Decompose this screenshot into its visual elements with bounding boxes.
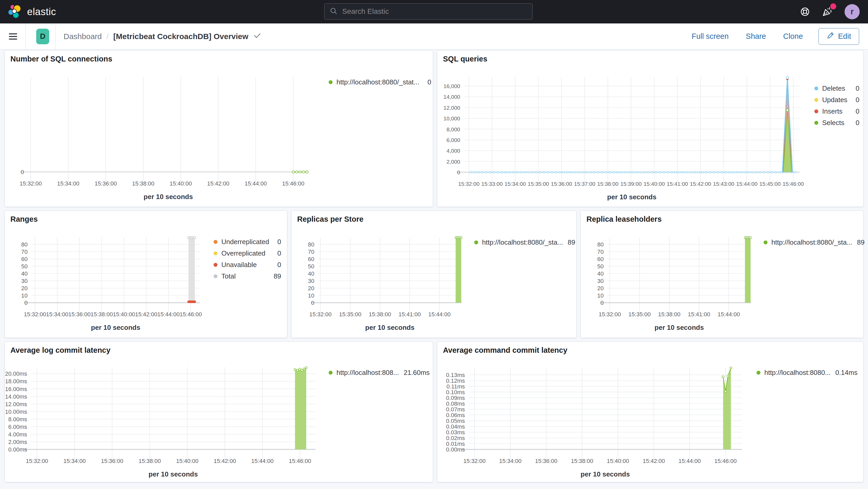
svg-text:40: 40 — [21, 270, 28, 277]
legend-item[interactable]: Inserts0 — [814, 107, 859, 116]
svg-text:15:36:00: 15:36:00 — [551, 181, 572, 187]
chart-canvas[interactable]: 02,0004,0006,0008,00010,00012,00014,0001… — [439, 74, 807, 202]
clone-button[interactable]: Clone — [781, 32, 804, 41]
svg-text:70: 70 — [597, 248, 604, 255]
panel-average-command-commit-latency: Average command commit latency 0.00ms0.0… — [437, 341, 864, 482]
chart-canvas[interactable]: 015:32:0015:34:0015:36:0015:38:0015:40:0… — [9, 74, 316, 201]
svg-text:15:44:00: 15:44:00 — [736, 181, 757, 187]
menu-button[interactable] — [7, 30, 19, 43]
svg-text:0.04ms: 0.04ms — [446, 423, 465, 430]
plot-area[interactable]: 02,0004,0006,0008,00010,00012,00014,0001… — [437, 74, 807, 203]
svg-text:per 10 seconds: per 10 seconds — [149, 470, 198, 478]
legend-item[interactable]: Updates0 — [814, 95, 859, 104]
legend-label: Underreplicated — [221, 238, 269, 246]
panel-title: Replicas per Store — [291, 211, 576, 224]
svg-text:15:36:00: 15:36:00 — [535, 458, 558, 464]
share-button[interactable]: Share — [744, 32, 768, 41]
svg-text:10.00ms: 10.00ms — [5, 408, 27, 415]
svg-text:80: 80 — [21, 241, 28, 248]
legend-value: 89 — [274, 272, 281, 280]
breadcrumb-dashboard-link[interactable]: Dashboard — [64, 32, 102, 41]
svg-text:0.00ms: 0.00ms — [446, 446, 465, 453]
legend-item[interactable]: Unavailable0 — [214, 260, 281, 269]
full-screen-button[interactable]: Full screen — [690, 32, 730, 41]
legend-item[interactable]: Deletes0 — [814, 84, 859, 93]
chart-canvas[interactable]: 0102030405060708015:32:0015:35:0015:38:0… — [591, 234, 758, 332]
plot-area[interactable]: 0102030405060708015:32:0015:34:0015:36:0… — [5, 234, 207, 333]
legend-item[interactable]: http://localhost:8080/_stat...0 — [329, 78, 431, 87]
breadcrumb-caret-icon[interactable] — [254, 33, 261, 40]
svg-text:0.03ms: 0.03ms — [446, 429, 465, 436]
plot-area[interactable]: 0.00ms0.01ms0.02ms0.03ms0.04ms0.05ms0.06… — [437, 364, 749, 480]
svg-text:40: 40 — [597, 270, 604, 277]
panel-ranges: Ranges 0102030405060708015:32:0015:34:00… — [4, 211, 287, 338]
svg-text:15:45:00: 15:45:00 — [760, 181, 781, 187]
svg-text:4.00ms: 4.00ms — [8, 431, 27, 438]
legend-item[interactable]: http://localhost:8080...0.14ms — [756, 368, 858, 377]
svg-text:12,000: 12,000 — [443, 105, 460, 111]
svg-text:15:38:00: 15:38:00 — [132, 180, 154, 187]
chart-canvas[interactable]: 0.00ms0.01ms0.02ms0.03ms0.04ms0.05ms0.06… — [437, 364, 749, 479]
legend-item[interactable]: http://localhost:8080/_sta...89 — [474, 238, 575, 247]
user-avatar[interactable]: r — [844, 4, 860, 19]
legend-item[interactable]: http://localhost:808...21.60ms — [329, 368, 430, 377]
legend-item[interactable]: Underreplicated0 — [214, 237, 281, 246]
plot-area[interactable]: 0.00ms2.00ms4.00ms6.00ms8.00ms10.00ms12.… — [5, 364, 322, 480]
panel-replica-leaseholders: Replica leaseholders 0102030405060708015… — [581, 211, 864, 338]
svg-text:14,000: 14,000 — [443, 94, 460, 100]
chart-canvas[interactable]: 0102030405060708015:32:0015:34:0015:36:0… — [15, 234, 207, 332]
svg-text:0.06ms: 0.06ms — [446, 412, 465, 419]
plot-area[interactable]: 0102030405060708015:32:0015:35:0015:38:0… — [291, 234, 468, 333]
svg-text:8,000: 8,000 — [446, 126, 460, 132]
svg-text:15:38:00: 15:38:00 — [658, 311, 681, 317]
chart-average-command-commit-latency: 0.00ms0.01ms0.02ms0.03ms0.04ms0.05ms0.06… — [437, 364, 863, 480]
legend-value: 89 — [568, 238, 575, 246]
svg-text:10: 10 — [21, 292, 28, 299]
chart-legend: http://localhost:8080/_sta...89 — [758, 234, 868, 333]
plot-area[interactable]: 015:32:0015:34:0015:36:0015:38:0015:40:0… — [5, 74, 316, 202]
space-avatar[interactable]: D — [36, 29, 49, 44]
svg-text:15:37:00: 15:37:00 — [574, 181, 595, 187]
legend-dot-icon — [329, 371, 333, 375]
svg-text:15:41:00: 15:41:00 — [667, 181, 688, 187]
svg-text:0.10ms: 0.10ms — [446, 389, 465, 395]
svg-text:15:38:00: 15:38:00 — [91, 311, 113, 317]
svg-text:70: 70 — [21, 248, 28, 255]
svg-text:80: 80 — [597, 241, 604, 248]
svg-text:50: 50 — [597, 263, 604, 270]
help-button[interactable] — [800, 6, 810, 17]
chart-canvas[interactable]: 0.00ms2.00ms4.00ms6.00ms8.00ms10.00ms12.… — [5, 364, 322, 479]
legend-value: 0 — [852, 119, 859, 127]
brand[interactable]: elastic — [7, 4, 56, 20]
svg-text:15:34:00: 15:34:00 — [63, 458, 86, 464]
chart-sql-queries: 02,0004,0006,0008,00010,00012,00014,0001… — [437, 74, 863, 203]
legend-item[interactable]: http://localhost:8080/_sta...89 — [764, 238, 865, 247]
svg-text:15:46:00: 15:46:00 — [714, 458, 737, 464]
news-button[interactable] — [822, 6, 833, 18]
chart-canvas[interactable]: 0102030405060708015:32:0015:35:0015:38:0… — [302, 234, 468, 332]
legend-item[interactable]: Overreplicated0 — [214, 249, 281, 258]
global-search[interactable] — [324, 3, 533, 20]
legend-label: http://localhost:8080/_sta... — [482, 238, 563, 246]
svg-text:15:44:00: 15:44:00 — [678, 458, 701, 464]
toolbar: D Dashboard / [Metricbeat CockroachDB] O… — [0, 24, 868, 50]
svg-text:15:34:00: 15:34:00 — [499, 458, 522, 464]
dashboard-grid: Number of SQL connections 015:32:0015:34… — [0, 50, 868, 489]
legend-item[interactable]: Total89 — [214, 272, 281, 281]
svg-text:80: 80 — [308, 241, 314, 248]
svg-text:2,000: 2,000 — [446, 159, 460, 165]
legend-dot-icon — [329, 80, 333, 84]
legend-item[interactable]: Selects0 — [814, 118, 859, 127]
legend-value: 0 — [852, 96, 859, 104]
svg-text:6,000: 6,000 — [446, 137, 460, 143]
search-icon — [330, 7, 338, 16]
legend-dot-icon — [214, 263, 217, 267]
legend-label: Updates — [822, 96, 847, 104]
search-input[interactable] — [342, 7, 527, 16]
svg-text:60: 60 — [308, 256, 314, 262]
chart-replica-leaseholders: 0102030405060708015:32:0015:35:0015:38:0… — [581, 234, 863, 333]
plot-area[interactable]: 0102030405060708015:32:0015:35:0015:38:0… — [581, 234, 758, 333]
panel-title: Ranges — [5, 211, 287, 224]
chart-ranges: 0102030405060708015:32:0015:34:0015:36:0… — [5, 234, 287, 333]
edit-button[interactable]: Edit — [818, 28, 859, 45]
